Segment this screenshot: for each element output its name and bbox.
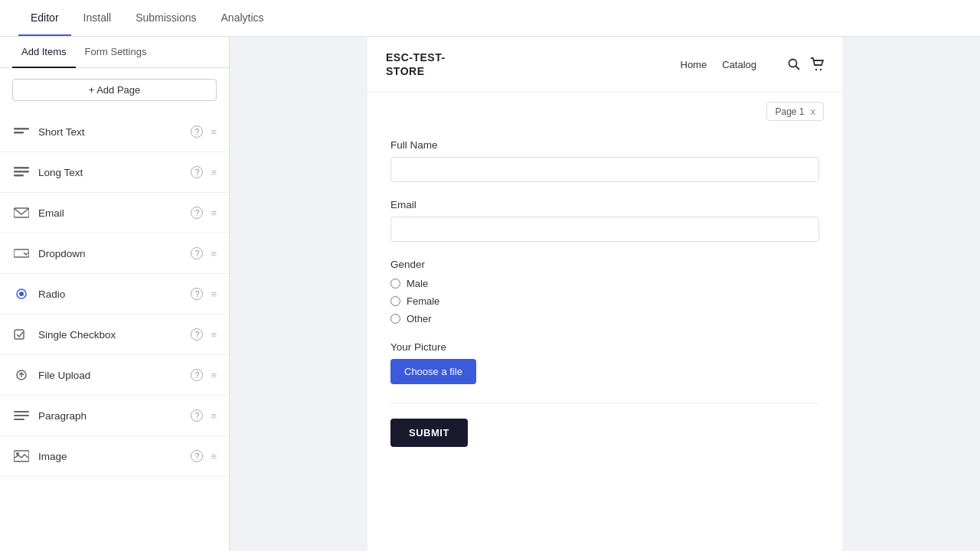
gender-label: Gender <box>390 259 819 270</box>
svg-rect-9 <box>15 330 24 339</box>
full-name-input[interactable] <box>390 157 819 182</box>
single-checkbox-drag[interactable]: ≡ <box>211 329 217 341</box>
image-icon <box>12 447 31 465</box>
long-text-drag[interactable]: ≡ <box>211 167 217 178</box>
long-text-help[interactable]: ? <box>191 166 203 178</box>
store-nav: Home Catalog <box>681 57 825 71</box>
dropdown-help[interactable]: ? <box>191 247 203 259</box>
page-badge: Page 1 x <box>766 102 824 121</box>
page-badge-container: Page 1 x <box>368 93 842 124</box>
image-label: Image <box>38 451 186 462</box>
short-text-drag[interactable]: ≡ <box>211 126 217 138</box>
svg-point-20 <box>820 69 822 70</box>
store-nav-catalog[interactable]: Catalog <box>722 59 756 70</box>
list-item-image[interactable]: Image ? ≡ <box>0 436 229 477</box>
paragraph-icon <box>12 406 31 425</box>
form-field-email: Email <box>390 199 819 242</box>
list-item-long-text[interactable]: Long Text ? ≡ <box>0 152 229 193</box>
tab-analytics[interactable]: Analytics <box>209 1 276 36</box>
radio-male-input[interactable] <box>390 279 400 289</box>
list-item-file-upload[interactable]: File Upload ? ≡ <box>0 355 229 396</box>
list-item-email[interactable]: Email ? ≡ <box>0 193 229 233</box>
svg-rect-12 <box>14 411 29 412</box>
email-drag[interactable]: ≡ <box>211 207 217 219</box>
form-field-picture: Your Picture Choose a file <box>390 341 819 384</box>
preview-container: ESC-TEST- STORE Home Catalog <box>368 37 842 551</box>
full-name-label: Full Name <box>390 139 819 151</box>
short-text-help[interactable]: ? <box>191 126 203 138</box>
radio-female-input[interactable] <box>390 296 400 306</box>
add-page-button[interactable]: + Add Page <box>12 79 217 101</box>
list-item-single-checkbox[interactable]: Single Checkbox ? ≡ <box>0 315 229 355</box>
file-upload-label: File Upload <box>38 370 186 381</box>
file-upload-drag[interactable]: ≡ <box>211 370 217 381</box>
radio-option-other: Other <box>390 313 819 324</box>
store-header: ESC-TEST- STORE Home Catalog <box>368 37 842 93</box>
picture-label: Your Picture <box>390 341 819 353</box>
svg-rect-0 <box>14 128 29 130</box>
file-upload-help[interactable]: ? <box>191 369 203 381</box>
paragraph-label: Paragraph <box>38 410 186 422</box>
short-text-label: Short Text <box>38 126 186 138</box>
list-item-radio[interactable]: Radio ? ≡ <box>0 274 229 315</box>
panel-tabs: Add Items Form Settings <box>0 37 229 68</box>
store-logo: ESC-TEST- STORE <box>386 51 446 78</box>
svg-point-8 <box>19 292 24 296</box>
page-badge-label: Page 1 <box>775 106 804 117</box>
dropdown-icon <box>12 244 31 262</box>
radio-option-female: Female <box>390 295 819 307</box>
paragraph-help[interactable]: ? <box>191 409 203 422</box>
page-badge-close[interactable]: x <box>811 106 816 117</box>
store-nav-home[interactable]: Home <box>681 59 707 70</box>
radio-other-label: Other <box>407 313 432 324</box>
form-divider <box>390 403 819 403</box>
form-items-list: Short Text ? ≡ Long Text ? ≡ <box>0 112 229 551</box>
tab-editor[interactable]: Editor <box>18 1 71 36</box>
checkbox-icon <box>12 325 31 344</box>
right-panel: ESC-TEST- STORE Home Catalog <box>230 37 980 551</box>
tab-submissions[interactable]: Submissions <box>123 1 208 36</box>
email-label: Email <box>38 207 186 219</box>
submit-button[interactable]: SUBMIT <box>390 419 468 447</box>
list-item-dropdown[interactable]: Dropdown ? ≡ <box>0 233 229 274</box>
radio-label: Radio <box>38 289 186 300</box>
radio-help[interactable]: ? <box>191 288 203 300</box>
paragraph-drag[interactable]: ≡ <box>211 410 217 422</box>
list-item-short-text[interactable]: Short Text ? ≡ <box>0 112 229 152</box>
panel-tab-form-settings[interactable]: Form Settings <box>76 37 156 68</box>
single-checkbox-help[interactable]: ? <box>191 328 203 341</box>
choose-file-button[interactable]: Choose a file <box>390 359 476 384</box>
left-panel: Add Items Form Settings + Add Page Short… <box>0 37 230 551</box>
radio-icon <box>12 285 31 303</box>
svg-rect-2 <box>14 167 29 169</box>
list-item-paragraph[interactable]: Paragraph ? ≡ <box>0 396 229 436</box>
long-text-label: Long Text <box>38 167 186 178</box>
single-checkbox-label: Single Checkbox <box>38 329 186 341</box>
svg-point-17 <box>789 60 797 67</box>
svg-rect-4 <box>14 174 24 177</box>
radio-female-label: Female <box>407 295 439 307</box>
image-drag[interactable]: ≡ <box>211 451 217 462</box>
svg-rect-1 <box>14 132 24 134</box>
tab-install[interactable]: Install <box>71 1 124 36</box>
radio-other-input[interactable] <box>390 314 400 324</box>
cart-icon[interactable] <box>810 57 824 71</box>
email-help[interactable]: ? <box>191 207 203 219</box>
email-field-input[interactable] <box>390 217 819 242</box>
long-text-icon <box>12 163 31 181</box>
short-text-icon <box>12 122 31 141</box>
image-help[interactable]: ? <box>191 450 203 462</box>
dropdown-label: Dropdown <box>38 248 186 259</box>
radio-male-label: Male <box>407 278 428 289</box>
svg-rect-14 <box>14 419 24 420</box>
svg-line-18 <box>796 67 800 70</box>
svg-rect-13 <box>14 415 29 416</box>
panel-tab-add-items[interactable]: Add Items <box>12 37 76 68</box>
search-icon[interactable] <box>787 57 801 71</box>
radio-drag[interactable]: ≡ <box>211 289 217 300</box>
svg-point-19 <box>815 69 817 70</box>
radio-option-male: Male <box>390 278 819 289</box>
dropdown-drag[interactable]: ≡ <box>211 248 217 259</box>
top-navigation: Editor Install Submissions Analytics <box>0 0 980 37</box>
form-preview: Full Name Email Gender Male <box>368 124 842 478</box>
